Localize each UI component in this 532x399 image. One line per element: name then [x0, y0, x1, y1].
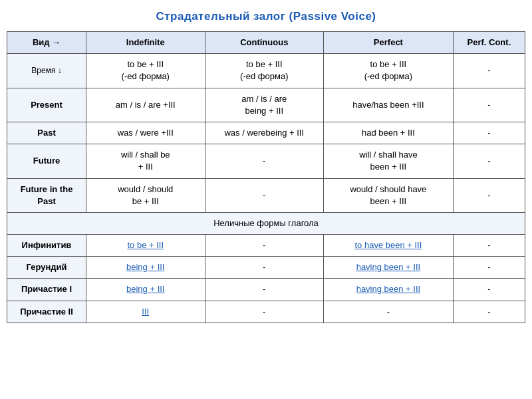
row-label-present: Present	[7, 88, 86, 122]
col-header-perf-cont: Perf. Cont.	[453, 32, 525, 54]
participle2-perf-cont: -	[453, 301, 525, 323]
infinitive-continuous: -	[205, 235, 324, 257]
time-perf-cont: -	[453, 54, 525, 88]
past-continuous: was / werebeing + III	[205, 122, 324, 144]
row-label-infinitive: Инфинитив	[7, 235, 86, 257]
time-indefinite: to be + III (-ed форма)	[86, 54, 205, 88]
participle1-indefinite: being + III	[86, 279, 205, 301]
infinitive-perf-cont: -	[453, 235, 525, 257]
participle2-indefinite-link[interactable]: III	[142, 307, 149, 317]
table-row: Future will / shall be + III - will / sh…	[7, 144, 525, 178]
gerund-indefinite-link[interactable]: being + III	[126, 262, 164, 272]
table-header-row: Вид → Indefinite Continuous Perfect Perf…	[7, 32, 525, 54]
row-label-participle2: Причастие II	[7, 301, 86, 323]
gerund-continuous: -	[205, 257, 324, 279]
time-continuous: to be + III (-ed форма)	[205, 54, 324, 88]
col-header-perfect: Perfect	[324, 32, 454, 54]
future-indefinite: will / shall be + III	[86, 144, 205, 178]
infinitive-perfect-link[interactable]: to have been + III	[354, 240, 422, 250]
participle1-continuous: -	[205, 279, 324, 301]
gerund-perfect: having been + III	[324, 257, 454, 279]
future-continuous: -	[205, 144, 324, 178]
table-row: Причастие I being + III - having been + …	[7, 279, 525, 301]
future-perfect: will / shall have been + III	[324, 144, 454, 178]
participle1-perfect: having been + III	[324, 279, 454, 301]
future-past-indefinite: would / should be + III	[86, 178, 205, 212]
present-continuous: am / is / are being + III	[205, 88, 324, 122]
gerund-perf-cont: -	[453, 257, 525, 279]
present-perf-cont: -	[453, 88, 525, 122]
table-row: Present am / is / are +III am / is / are…	[7, 88, 525, 122]
time-label: Время ↓	[7, 54, 86, 88]
present-indefinite: am / is / are +III	[86, 88, 205, 122]
table-row: Past was / were +III was / werebeing + I…	[7, 122, 525, 144]
participle1-perfect-link[interactable]: having been + III	[356, 284, 421, 294]
row-label-participle1: Причастие I	[7, 279, 86, 301]
infinitive-indefinite-link[interactable]: to be + III	[127, 240, 164, 250]
table-row: Герундий being + III - having been + III…	[7, 257, 525, 279]
time-perfect: to be + III (-ed форма)	[324, 54, 454, 88]
present-perfect: have/has been +III	[324, 88, 454, 122]
future-past-continuous: -	[205, 178, 324, 212]
row-label-future: Future	[7, 144, 86, 178]
participle2-continuous: -	[205, 301, 324, 323]
time-header-row: Время ↓ to be + III (-ed форма) to be + …	[7, 54, 525, 88]
row-label-future-past: Future in the Past	[7, 178, 86, 212]
future-past-perf-cont: -	[453, 178, 525, 212]
table-row: Причастие II III - - -	[7, 301, 525, 323]
past-indefinite: was / were +III	[86, 122, 205, 144]
participle2-perfect: -	[324, 301, 454, 323]
participle1-perf-cont: -	[453, 279, 525, 301]
gerund-indefinite: being + III	[86, 257, 205, 279]
col-header-vid: Вид →	[7, 32, 86, 54]
table-row: Инфинитив to be + III - to have been + I…	[7, 235, 525, 257]
passive-voice-table: Вид → Indefinite Continuous Perfect Perf…	[7, 31, 525, 323]
nonfinite-label: Неличные формы глагола	[7, 212, 525, 234]
col-header-indefinite: Indefinite	[86, 32, 205, 54]
participle2-indefinite: III	[86, 301, 205, 323]
row-label-past: Past	[7, 122, 86, 144]
page-title: Страдательный залог (Passive Voice)	[156, 10, 376, 23]
future-past-perfect: would / should have been + III	[324, 178, 454, 212]
gerund-perfect-link[interactable]: having been + III	[356, 262, 421, 272]
col-header-continuous: Continuous	[205, 32, 324, 54]
nonfinite-header-row: Неличные формы глагола	[7, 212, 525, 234]
past-perf-cont: -	[453, 122, 525, 144]
infinitive-indefinite: to be + III	[86, 235, 205, 257]
table-row: Future in the Past would / should be + I…	[7, 178, 525, 212]
infinitive-perfect: to have been + III	[324, 235, 454, 257]
past-perfect: had been + III	[324, 122, 454, 144]
participle1-indefinite-link[interactable]: being + III	[126, 284, 164, 294]
row-label-gerund: Герундий	[7, 257, 86, 279]
future-perf-cont: -	[453, 144, 525, 178]
